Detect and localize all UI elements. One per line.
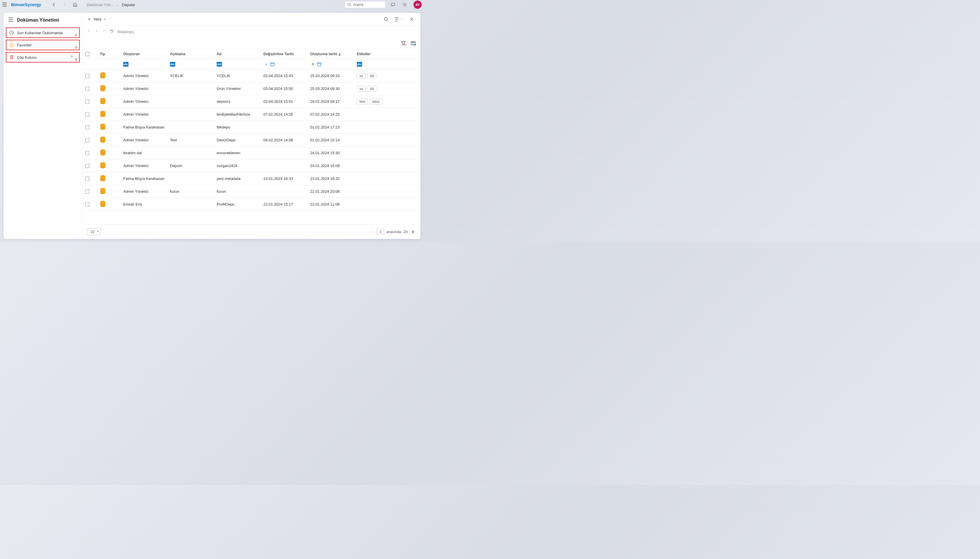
col-aciklama[interactable]: Açıklama xyxy=(170,52,216,56)
page-next-button[interactable] xyxy=(410,229,416,235)
cell-olus: 23.01.2024 16:32 xyxy=(310,176,357,181)
nav-back-icon[interactable] xyxy=(87,29,91,34)
row-checkbox[interactable] xyxy=(85,177,89,181)
cell-ad: ProfilDepo xyxy=(216,202,263,207)
cell-degis: 23.01.2024 16:33 xyxy=(263,176,310,181)
settings-icon[interactable] xyxy=(401,1,409,9)
database-icon xyxy=(100,98,106,104)
cell-olusturan: ibrahim dal xyxy=(123,151,170,155)
select-all-checkbox[interactable] xyxy=(85,52,89,56)
row-checkbox[interactable] xyxy=(85,112,89,117)
calendar-icon[interactable] xyxy=(270,62,275,66)
table-row[interactable]: Admin Yönetici Ürün Yönetimi 03.04.2024 … xyxy=(83,83,420,95)
apps-icon[interactable] xyxy=(2,2,8,7)
table-row[interactable]: Admin Yönetici Depom cozgan2424 24.01.20… xyxy=(83,159,420,172)
refresh-icon[interactable] xyxy=(110,29,114,34)
cell-degis: 07.02.2024 14:26 xyxy=(263,112,310,117)
table-row[interactable]: Admin Yönetici tenByteMaxFileSize 07.02.… xyxy=(83,108,420,121)
row-checkbox[interactable] xyxy=(85,202,89,207)
page-size-select[interactable]: 10 xyxy=(87,228,101,235)
col-etiket[interactable]: Etiketler xyxy=(357,52,415,56)
sidebar-item-favorites[interactable]: Favoriler 2 xyxy=(6,40,80,50)
row-checkbox[interactable] xyxy=(85,138,89,142)
page-between: arasında xyxy=(386,230,401,234)
new-button[interactable]: ＋ Yeni xyxy=(87,16,106,22)
column-chooser-icon[interactable] xyxy=(411,41,416,46)
row-checkbox[interactable] xyxy=(85,151,89,155)
list-options-button[interactable] xyxy=(395,15,403,23)
cell-ad: depom1 xyxy=(216,99,263,104)
search-input[interactable]: Arama xyxy=(345,1,385,8)
chevron-down-icon xyxy=(103,18,106,21)
col-olusturan[interactable]: Oluşturan xyxy=(123,52,170,56)
table-row[interactable]: Fatma Büşra Karahasan yeni metadata 23.0… xyxy=(83,172,420,185)
nav-forward-icon[interactable] xyxy=(94,29,99,34)
table-row[interactable]: Emrah Eriş ProfilDepo 22.01.2024 15:17 2… xyxy=(83,198,420,211)
calendar-icon[interactable] xyxy=(317,62,322,66)
avatar[interactable]: AY xyxy=(413,1,421,9)
page-total: 20 xyxy=(403,230,408,234)
page-number-input[interactable]: 1 xyxy=(377,229,384,235)
brand-logo: BimserSynergy xyxy=(11,2,41,7)
nav-back-button[interactable] xyxy=(51,1,58,8)
filter-clear-icon[interactable] xyxy=(401,41,406,46)
clock-icon xyxy=(9,30,14,35)
filter-text-icon[interactable]: abc xyxy=(123,62,129,66)
table-row[interactable]: ibrahim dal ensoneklenen 24.01.2024 15:3… xyxy=(83,147,420,159)
cell-ad: tenByteMaxFileSize xyxy=(216,112,263,117)
sidebar-item-trash[interactable]: Çöp Kutusu 3 xyxy=(6,52,80,63)
filter-text-icon[interactable]: abc xyxy=(216,62,222,66)
filter-eq-icon[interactable]: = xyxy=(310,62,316,66)
nav-forward-button[interactable] xyxy=(61,1,68,8)
row-checkbox[interactable] xyxy=(85,164,89,168)
svg-rect-9 xyxy=(317,63,321,66)
page-prev-button[interactable] xyxy=(369,229,374,235)
svg-rect-8 xyxy=(271,63,274,66)
close-button[interactable] xyxy=(408,15,416,23)
database-icon xyxy=(100,175,106,181)
tag: test xyxy=(357,99,368,104)
table-row[interactable]: Admin Yönetici Test DenizDepo 06.02.2024… xyxy=(83,134,420,147)
row-checkbox[interactable] xyxy=(85,190,89,194)
col-ad[interactable]: Ad xyxy=(216,52,263,56)
tag: dd xyxy=(367,86,377,92)
cell-ad: fbkdepo xyxy=(216,125,263,129)
col-degis[interactable]: Değiştirilme Tarihi xyxy=(263,52,310,56)
row-checkbox[interactable] xyxy=(85,99,89,104)
search-button[interactable] xyxy=(382,15,390,23)
cell-aciklama: YCELIK xyxy=(170,74,216,78)
col-olus[interactable]: Oluşturma tarihi xyxy=(310,52,357,56)
row-checkbox[interactable] xyxy=(85,74,89,78)
filter-text-icon[interactable]: abc xyxy=(357,62,362,66)
cell-olusturan: Admin Yönetici xyxy=(123,164,170,168)
cell-olusturan: Emrah Eriş xyxy=(123,202,170,207)
home-button[interactable] xyxy=(71,1,79,8)
table-row[interactable]: Admin Yönetici YCELIK YCELIK 03.04.2024 … xyxy=(83,69,420,83)
nav-up-icon[interactable] xyxy=(102,29,106,34)
tag: ss xyxy=(357,73,365,79)
cell-tags: ssdd xyxy=(357,73,415,79)
filter-gt-icon[interactable]: › xyxy=(263,62,269,66)
filter-text-icon[interactable]: abc xyxy=(170,62,175,66)
cell-olus: 01.02.2024 10:14 xyxy=(310,138,357,142)
row-checkbox[interactable] xyxy=(85,125,89,129)
breadcrumb-parent[interactable]: Doküman Yön... xyxy=(87,3,114,7)
col-tip[interactable]: Tip xyxy=(100,52,123,56)
table-row[interactable]: Fatma Büşra Karahasan fbkdepo 01.02.2024… xyxy=(83,121,420,134)
chat-icon[interactable] xyxy=(389,1,397,9)
database-icon xyxy=(100,136,106,143)
database-icon xyxy=(100,111,106,117)
row-checkbox[interactable] xyxy=(85,87,89,91)
cell-ad: cozgan2424 xyxy=(216,164,263,168)
sidebar-item-recent[interactable]: Son Kullanılan Dokümanlar 1 xyxy=(6,28,80,38)
sidebar-item-label: Favoriler xyxy=(17,43,76,47)
tag: dd xyxy=(367,73,377,79)
cell-degis: 06.02.2024 14:06 xyxy=(263,138,310,142)
svg-point-5 xyxy=(384,18,387,20)
hamburger-icon[interactable] xyxy=(8,18,13,23)
database-icon xyxy=(100,124,106,130)
tag: ss xyxy=(357,86,365,92)
gear-icon[interactable] xyxy=(70,54,74,58)
table-row[interactable]: Admin Yönetici depom1 03.04.2024 15:51 2… xyxy=(83,95,420,108)
table-row[interactable]: Admin Yönetici fuzun fuzun 22.01.2024 20… xyxy=(83,185,420,198)
